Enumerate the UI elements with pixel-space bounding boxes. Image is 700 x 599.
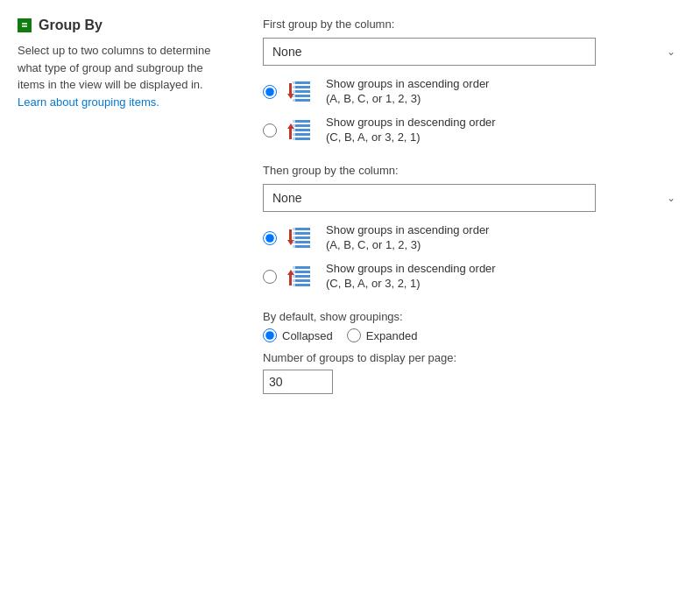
section-description: Select up to two columns to determine wh… bbox=[18, 42, 228, 110]
second-group-ascending-text: Show groups in ascending order (A, B, C,… bbox=[326, 223, 489, 253]
learn-link[interactable]: Learn about grouping items. bbox=[18, 95, 159, 109]
collapsed-label[interactable]: Collapsed bbox=[282, 329, 333, 342]
svg-rect-12 bbox=[293, 90, 295, 93]
svg-rect-11 bbox=[293, 86, 295, 88]
svg-rect-38 bbox=[293, 245, 295, 248]
second-group-descending-text: Show groups in descending order (C, B, A… bbox=[326, 262, 496, 292]
first-group-ascending-option: Show groups in ascending order (A, B, C,… bbox=[263, 76, 682, 108]
right-panel: First group by the column: None ⌄ bbox=[245, 18, 682, 581]
default-show-radios: Collapsed Expanded bbox=[263, 328, 682, 342]
second-group-dropdown-wrapper: None ⌄ bbox=[263, 184, 682, 212]
svg-rect-47 bbox=[293, 271, 295, 273]
expanded-label[interactable]: Expanded bbox=[366, 329, 418, 342]
first-group-ascending-text: Show groups in ascending order (A, B, C,… bbox=[326, 77, 489, 107]
default-show-label: By default, show groupings: bbox=[263, 310, 682, 323]
svg-marker-20 bbox=[289, 129, 292, 139]
second-group-section: Then group by the column: None ⌄ bbox=[263, 164, 682, 292]
first-group-descending-text: Show groups in descending order (C, B, A… bbox=[326, 116, 496, 145]
descending-sort-icon bbox=[286, 115, 317, 146]
first-group-ascending-radio[interactable] bbox=[263, 85, 277, 99]
first-group-descending-option: Show groups in descending order (C, B, A… bbox=[263, 115, 682, 146]
svg-rect-26 bbox=[293, 137, 295, 140]
first-group-dropdown-wrapper: None ⌄ bbox=[263, 38, 682, 66]
second-group-dropdown-arrow: ⌄ bbox=[667, 192, 675, 204]
num-groups-input[interactable] bbox=[263, 370, 333, 394]
second-group-label: Then group by the column: bbox=[263, 164, 682, 177]
num-groups-label: Number of groups to display per page: bbox=[263, 351, 682, 364]
svg-rect-46 bbox=[293, 266, 295, 269]
left-panel: Group By Select up to two columns to det… bbox=[18, 18, 245, 581]
svg-rect-13 bbox=[293, 95, 295, 97]
first-group-descending-radio[interactable] bbox=[263, 123, 277, 137]
svg-rect-37 bbox=[293, 241, 295, 243]
svg-rect-34 bbox=[293, 228, 295, 230]
svg-marker-44 bbox=[289, 275, 292, 285]
svg-marker-32 bbox=[289, 229, 292, 240]
group-by-icon bbox=[18, 18, 32, 32]
svg-marker-8 bbox=[289, 83, 292, 94]
svg-rect-24 bbox=[293, 129, 295, 131]
expanded-radio-wrapper: Expanded bbox=[347, 328, 418, 342]
first-group-dropdown-arrow: ⌄ bbox=[667, 46, 675, 58]
collapsed-radio[interactable] bbox=[263, 328, 277, 342]
second-group-ascending-radio[interactable] bbox=[263, 231, 277, 245]
svg-rect-25 bbox=[293, 133, 295, 136]
second-descending-sort-icon bbox=[286, 261, 317, 292]
second-group-ascending-option: Show groups in ascending order (A, B, C,… bbox=[263, 222, 682, 254]
second-group-descending-option: Show groups in descending order (C, B, A… bbox=[263, 261, 682, 292]
svg-rect-0 bbox=[19, 20, 30, 31]
second-ascending-sort-icon bbox=[286, 222, 317, 254]
svg-rect-14 bbox=[293, 99, 295, 102]
second-group-dropdown[interactable]: None bbox=[263, 184, 596, 212]
svg-rect-35 bbox=[293, 232, 295, 235]
svg-rect-49 bbox=[293, 279, 295, 282]
svg-rect-22 bbox=[293, 120, 295, 123]
svg-rect-10 bbox=[293, 81, 295, 84]
first-group-dropdown[interactable]: None bbox=[263, 38, 596, 66]
collapsed-radio-wrapper: Collapsed bbox=[263, 328, 333, 342]
ascending-sort-icon bbox=[286, 76, 317, 108]
svg-rect-48 bbox=[293, 275, 295, 278]
first-group-label: First group by the column: bbox=[263, 18, 682, 31]
bottom-section: By default, show groupings: Collapsed Ex… bbox=[263, 310, 682, 394]
section-header: Group By bbox=[18, 18, 228, 33]
svg-rect-50 bbox=[293, 284, 295, 286]
expanded-radio[interactable] bbox=[347, 328, 361, 342]
first-group-section: First group by the column: None ⌄ bbox=[263, 18, 682, 146]
svg-rect-23 bbox=[293, 124, 295, 127]
svg-rect-36 bbox=[293, 236, 295, 239]
section-title: Group By bbox=[39, 18, 103, 33]
second-group-descending-radio[interactable] bbox=[263, 270, 277, 284]
